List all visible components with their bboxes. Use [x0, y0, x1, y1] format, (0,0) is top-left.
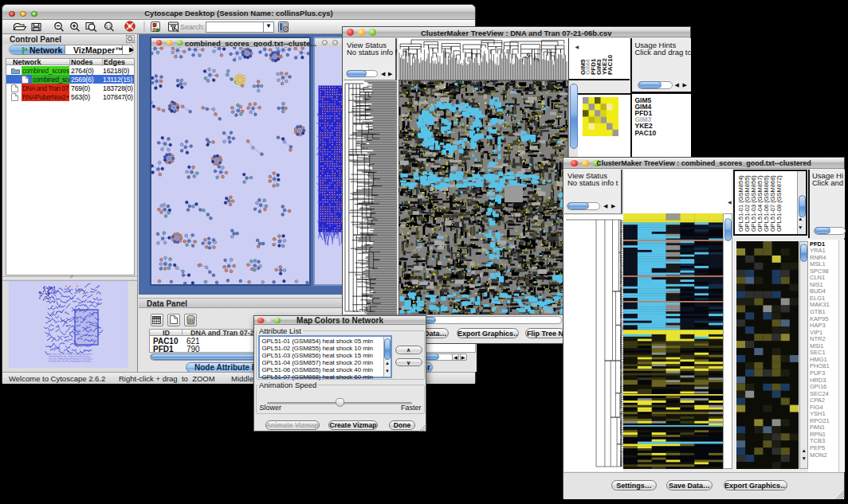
svg-text:1:1: 1:1 — [106, 25, 112, 29]
